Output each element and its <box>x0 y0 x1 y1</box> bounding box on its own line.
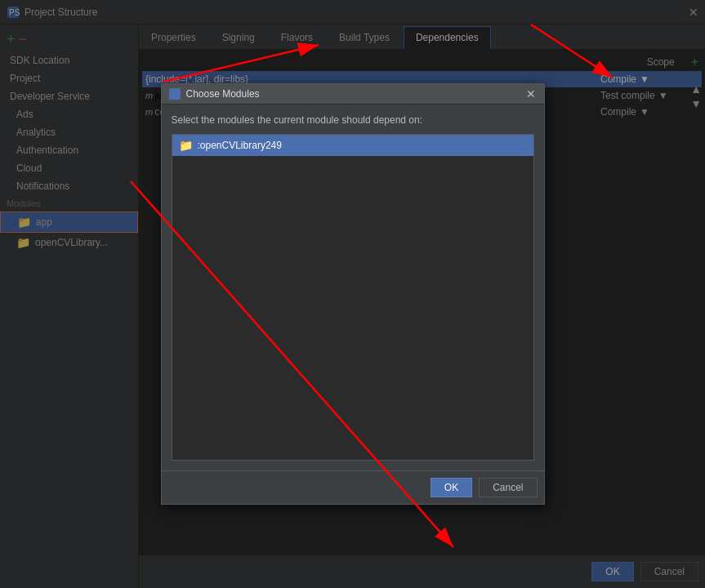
dialog-title: Choose Modules <box>186 88 524 100</box>
module-name-0: :openCVLibrary249 <box>198 140 282 151</box>
folder-icon: 📁 <box>179 139 193 152</box>
dialog-overlay: Choose Modules ✕ Select the modules the … <box>0 0 705 588</box>
dialog-titlebar: Choose Modules ✕ <box>162 84 544 105</box>
module-list: 📁 :openCVLibrary249 <box>172 134 534 461</box>
dialog-icon <box>168 87 181 100</box>
list-item[interactable]: 📁 :openCVLibrary249 <box>172 135 533 156</box>
svg-rect-2 <box>169 88 181 100</box>
dialog-body: Select the modules the current module sh… <box>162 105 544 470</box>
dialog-cancel-button[interactable]: Cancel <box>479 478 537 497</box>
dialog-instruction: Select the modules the current module sh… <box>172 114 534 126</box>
choose-modules-dialog: Choose Modules ✕ Select the modules the … <box>161 83 545 505</box>
dialog-buttons: OK Cancel <box>162 470 544 504</box>
dialog-ok-button[interactable]: OK <box>431 478 472 497</box>
dialog-close-button[interactable]: ✕ <box>524 87 538 100</box>
